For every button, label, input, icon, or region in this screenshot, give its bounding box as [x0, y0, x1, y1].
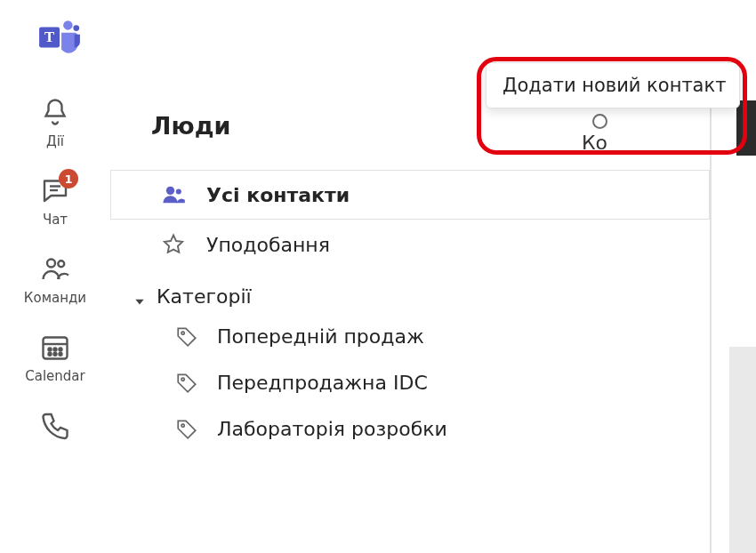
- svg-point-17: [176, 188, 181, 194]
- tag-icon: [174, 370, 199, 395]
- svg-point-12: [59, 349, 61, 351]
- all-contacts-item[interactable]: Усі контакти: [110, 170, 710, 220]
- add-contact-menu-item[interactable]: Додати новий контакт: [486, 62, 740, 108]
- rail-calls[interactable]: [37, 407, 73, 446]
- svg-point-11: [53, 349, 56, 351]
- star-icon: [160, 231, 187, 258]
- rail-chat-label: Чат: [43, 212, 68, 228]
- rail-calendar[interactable]: Calendar: [25, 329, 84, 384]
- people-panel: Люди Усі контакти Уподобання К: [110, 89, 712, 553]
- all-contacts-label: Усі контакти: [206, 184, 350, 206]
- chat-badge: 1: [59, 169, 78, 188]
- chat-icon: 1: [37, 172, 73, 208]
- category-label: Передпродажна IDC: [217, 372, 428, 394]
- bell-icon: [37, 94, 73, 130]
- svg-point-7: [58, 260, 64, 267]
- rail-activity[interactable]: Дії: [37, 94, 73, 149]
- svg-point-16: [166, 187, 174, 195]
- calendar-icon: [37, 329, 73, 365]
- people-filled-icon: [160, 181, 187, 208]
- svg-point-20: [181, 424, 184, 427]
- svg-point-13: [48, 353, 51, 356]
- category-label: Попередній продаж: [217, 325, 424, 348]
- favorites-item[interactable]: Уподобання: [110, 220, 710, 269]
- svg-point-19: [181, 378, 184, 381]
- teams-logo-icon: T: [37, 16, 82, 60]
- category-label: Лабораторія розробки: [217, 418, 447, 440]
- rail-activity-label: Дії: [46, 133, 64, 149]
- contact-name-fragment: Ко: [582, 132, 607, 154]
- avatar-edge: [736, 100, 756, 156]
- teams-people-icon: [37, 251, 73, 286]
- category-item[interactable]: Попередній продаж: [110, 313, 710, 359]
- rail-teams[interactable]: Команди: [24, 251, 86, 306]
- tag-icon: [174, 324, 199, 349]
- phone-icon: [37, 407, 73, 443]
- categories-header[interactable]: Категорії: [110, 269, 710, 313]
- svg-point-14: [53, 353, 56, 356]
- caret-down-icon: [133, 290, 148, 304]
- svg-point-2: [63, 20, 72, 29]
- rail-calendar-label: Calendar: [25, 368, 84, 384]
- svg-point-10: [48, 349, 51, 351]
- svg-point-6: [47, 260, 55, 268]
- favorites-label: Уподобання: [206, 234, 330, 256]
- add-contact-label: Додати новий контакт: [503, 75, 726, 96]
- svg-point-18: [181, 332, 184, 334]
- presence-offline-icon: [592, 114, 607, 129]
- category-item[interactable]: Лабораторія розробки: [110, 405, 710, 452]
- contact-groups-list: Усі контакти Уподобання Категорії Попере: [110, 170, 710, 452]
- tag-icon: [174, 416, 199, 441]
- svg-text:T: T: [44, 28, 54, 45]
- svg-point-15: [59, 353, 61, 356]
- categories-label: Категорії: [157, 285, 252, 308]
- right-grey-block: [729, 347, 756, 553]
- app-rail: Дії 1 Чат Команди: [0, 76, 110, 553]
- rail-chat[interactable]: 1 Чат: [37, 172, 73, 228]
- rail-teams-label: Команди: [24, 290, 86, 306]
- category-item[interactable]: Передпродажна IDC: [110, 359, 710, 405]
- svg-point-3: [73, 25, 79, 31]
